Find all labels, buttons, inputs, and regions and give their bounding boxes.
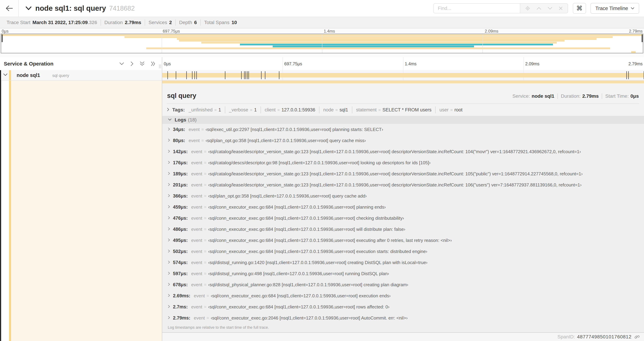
viewport-left-handle[interactable] bbox=[2, 35, 3, 42]
span-collapse-chevron-icon[interactable] bbox=[3, 73, 8, 77]
span-duration-bar[interactable] bbox=[162, 73, 644, 78]
minimap-span-bar bbox=[124, 36, 613, 38]
tag-value: root bbox=[454, 106, 462, 113]
log-field-key: event bbox=[191, 227, 202, 232]
tag-equals: = bbox=[277, 107, 280, 114]
log-field-value: ‹sql/conn_executor_exec.go:684 [nsql1,cl… bbox=[208, 227, 405, 232]
next-match-icon[interactable] bbox=[548, 7, 552, 10]
ruler-tick-label: 697.75μs bbox=[284, 61, 302, 66]
log-expand-chevron-icon bbox=[168, 249, 170, 254]
log-expand-chevron-icon bbox=[168, 260, 170, 265]
collapse-trace-chevron-icon[interactable] bbox=[26, 7, 32, 10]
log-row[interactable]: 142μs:event=‹sql/catalog/lease/descripto… bbox=[162, 146, 644, 157]
log-row[interactable]: 597μs:event=‹sql/distsql_running.go:498 … bbox=[162, 268, 644, 279]
log-row[interactable]: 502μs:event=‹sql/conn_executor_exec.go:6… bbox=[162, 246, 644, 257]
log-field-value: ‹sql/conn_executor_exec.go:684 [nsql1,cl… bbox=[208, 238, 452, 243]
log-event-mark bbox=[626, 71, 627, 79]
log-field-key: event bbox=[191, 238, 202, 243]
stat-service: Service: node sql1 bbox=[509, 93, 558, 99]
log-field-value: ‹sql/distsql_physical_planner.go:828 [ns… bbox=[208, 282, 408, 287]
log-expand-chevron-icon bbox=[168, 138, 170, 143]
log-field-value: ‹sql/distsql_running.go:498 [nsql1,clien… bbox=[208, 271, 389, 276]
log-row[interactable]: 486μs:event=‹sql/conn_executor_exec.go:6… bbox=[162, 224, 644, 235]
expand-one-icon[interactable] bbox=[130, 61, 134, 66]
clear-search-icon[interactable] bbox=[559, 6, 563, 11]
logs-list: 34μs:event=‹sql/exec_util.go:2297 [nsql1… bbox=[162, 124, 644, 332]
span-id-footer: SpanID: 4877749850101760812 bbox=[162, 332, 644, 341]
log-expand-chevron-icon bbox=[168, 205, 170, 209]
back-button[interactable] bbox=[0, 0, 19, 17]
span-operation-name: sql query bbox=[52, 73, 69, 78]
find-input[interactable] bbox=[433, 3, 520, 13]
log-timestamp: 80μs: bbox=[173, 138, 185, 143]
tag-equals: = bbox=[450, 107, 453, 114]
log-row[interactable]: 2.79ms:event=‹sql/conn_executor_exec.go:… bbox=[162, 312, 644, 323]
minimap-canvas[interactable] bbox=[1, 34, 643, 53]
span-id-label: SpanID: bbox=[558, 334, 575, 339]
log-row[interactable]: 80μs:event=‹sql/plan_opt.go:358 [nsql1,c… bbox=[162, 135, 644, 146]
tags-label: Tags: bbox=[172, 107, 185, 113]
log-timestamp: 476μs: bbox=[173, 216, 188, 221]
trace-timeline-view-select[interactable]: Trace Timeline bbox=[590, 3, 639, 14]
tag-key: client bbox=[265, 106, 276, 113]
ruler-tick-label: 697.75μs bbox=[163, 29, 180, 34]
keyboard-shortcuts-button[interactable]: ⌘ bbox=[573, 3, 586, 14]
viewport-right-handle[interactable] bbox=[642, 35, 643, 42]
log-row[interactable]: 2.7ms:event=‹sql/conn_executor_exec.go:6… bbox=[162, 301, 644, 312]
column-resizer-grip[interactable] bbox=[159, 65, 161, 68]
log-timestamp: 2.69ms: bbox=[173, 293, 190, 298]
log-row[interactable]: 495μs:event=‹sql/conn_executor_exec.go:6… bbox=[162, 235, 644, 246]
log-expand-chevron-icon bbox=[168, 293, 170, 298]
locate-icon[interactable] bbox=[525, 6, 530, 11]
log-expand-chevron-icon bbox=[168, 271, 170, 276]
log-field-value: ‹sql/conn_executor_exec.go:684 [nsql1,cl… bbox=[208, 204, 386, 210]
start-time-label: Start Time: bbox=[605, 93, 628, 99]
minimap-gridline bbox=[322, 34, 322, 53]
deep-link-icon[interactable] bbox=[634, 334, 640, 339]
log-timestamp: 2.79ms: bbox=[173, 315, 190, 321]
column-divider[interactable] bbox=[162, 57, 162, 341]
log-event-mark bbox=[194, 71, 195, 79]
log-row[interactable]: 459μs:event=‹sql/conn_executor_exec.go:6… bbox=[162, 201, 644, 213]
log-row[interactable]: 678μs:event=‹sql/distsql_physical_planne… bbox=[162, 279, 644, 290]
log-row[interactable]: 2.69ms:event=‹sql/conn_executor_exec.go:… bbox=[162, 290, 644, 301]
service-color-strip bbox=[9, 81, 11, 341]
log-row[interactable]: 476μs:event=‹sql/conn_executor_exec.go:6… bbox=[162, 213, 644, 224]
expand-all-icon[interactable] bbox=[150, 61, 156, 66]
log-event-mark bbox=[246, 71, 246, 79]
gutter-border bbox=[2, 81, 2, 341]
log-row[interactable]: 574μs:event=‹sql/distsql_running.go:1420… bbox=[162, 257, 644, 268]
tag-value: 1 bbox=[254, 106, 257, 113]
service-color-strip bbox=[9, 70, 11, 80]
log-field-key: event bbox=[191, 216, 202, 221]
collapse-controls bbox=[119, 61, 156, 66]
logs-accordion-header[interactable]: Logs (18) bbox=[162, 116, 644, 124]
collapse-one-icon[interactable] bbox=[119, 62, 124, 66]
collapse-all-icon[interactable] bbox=[140, 61, 145, 66]
tag-value: sql1 bbox=[340, 106, 348, 113]
log-timestamp: 2.7ms: bbox=[173, 304, 188, 310]
summary-item: Duration2.79ms bbox=[101, 20, 145, 26]
trace-timeline-label: Trace Timeline bbox=[595, 6, 628, 11]
log-row[interactable]: 34μs:event=‹sql/exec_util.go:2297 [nsql1… bbox=[162, 124, 644, 135]
span-row-node-sql1[interactable]: node sql1 sql query bbox=[0, 70, 644, 81]
tag-value: 1 bbox=[218, 106, 221, 113]
timeline-ruler: 0μs697.75μs1.4ms2.09ms2.79ms bbox=[162, 57, 644, 70]
log-expand-chevron-icon bbox=[168, 238, 170, 243]
log-equals: = bbox=[204, 282, 206, 287]
span-tree-gutter bbox=[0, 81, 162, 341]
tag-item: node=sql1 bbox=[320, 106, 352, 113]
log-equals: = bbox=[206, 315, 209, 320]
find-tools bbox=[520, 3, 568, 13]
log-field-key: event bbox=[191, 304, 202, 310]
log-row[interactable]: 189μs:event=‹sql/catalog/lease/descripto… bbox=[162, 168, 644, 179]
log-expand-chevron-icon bbox=[168, 305, 170, 309]
tags-accordion[interactable]: Tags: _unfinished=1_verbose=1client=127.… bbox=[162, 104, 644, 116]
prev-match-icon[interactable] bbox=[536, 7, 541, 10]
log-row[interactable]: 176μs:event=‹sql/catalog/descs/descripto… bbox=[162, 157, 644, 168]
log-row[interactable]: 201μs:event=‹sql/catalog/lease/descripto… bbox=[162, 179, 644, 190]
log-row[interactable]: 366μs:event=‹sql/plan_opt.go:358 [nsql1,… bbox=[162, 190, 644, 201]
log-field-key: event bbox=[191, 149, 202, 154]
log-field-value: ‹sql/plan_opt.go:358 [nsql1,client=127.0… bbox=[208, 193, 367, 199]
log-field-value: ‹sql/distsql_running.go:1420 [nsql1,clie… bbox=[208, 260, 428, 265]
